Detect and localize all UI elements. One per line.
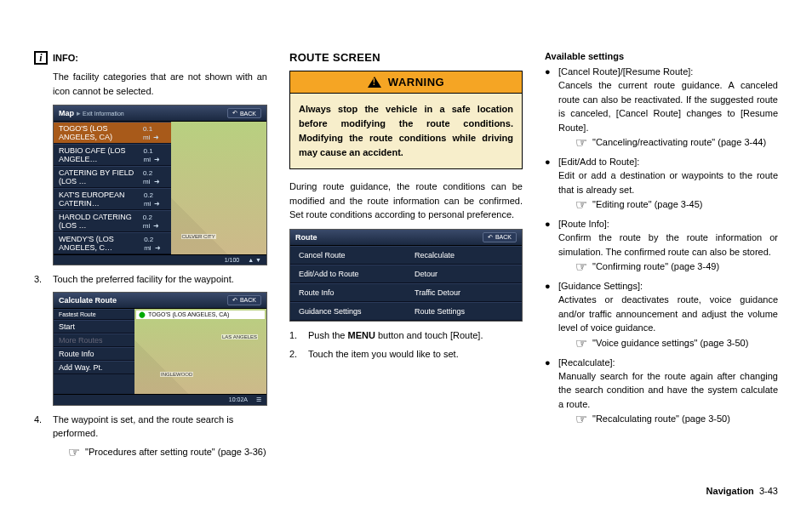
reference-icon: ☞ <box>575 337 587 351</box>
footer-section: Navigation <box>706 486 754 496</box>
column-2: Route Screen WARNING Always stop the veh… <box>289 51 523 463</box>
map-preview: CULVER CITY <box>171 122 267 254</box>
route-steps: 1.Push the MENU button and touch [Route]… <box>289 328 523 362</box>
back-button: ↶BACK <box>483 232 517 242</box>
back-button: ↶BACK <box>227 295 261 305</box>
step-4: The waypoint is set, and the route searc… <box>53 413 267 441</box>
cross-reference: ☞ "Procedures after setting route" (page… <box>68 446 267 459</box>
warning-icon <box>368 77 381 88</box>
route-paragraph: During route guidance, the route conditi… <box>289 180 523 222</box>
manual-page: i INFO: The facility categories that are… <box>0 0 812 513</box>
reference-icon: ☞ <box>68 446 80 459</box>
facility-list: TOGO'S (LOS ANGELES, CA)0.1 mi➜ RUBIO CA… <box>54 122 171 254</box>
reference-icon: ☞ <box>575 136 587 150</box>
screenshot-map-exit-info: Map ▸ Exit Information ↶BACK TOGO'S (LOS… <box>53 105 267 265</box>
screenshot-route-menu: Route ↶BACK Cancel Route Edit/Add to Rou… <box>289 229 523 322</box>
ss2-title: Calculate Route <box>59 296 117 305</box>
ss1-title: Map <box>59 109 74 117</box>
page-footer: Navigation 3-43 <box>706 486 778 496</box>
warning-heading: WARNING <box>289 71 523 94</box>
step-3: Touch the preferred facility for the way… <box>53 272 234 287</box>
available-settings-heading: Available settings <box>545 51 778 61</box>
info-label: INFO: <box>53 53 78 63</box>
reference-icon: ☞ <box>575 198 587 212</box>
step-list-1: 3.Touch the preferred facility for the w… <box>34 272 267 287</box>
route-step-1: Push the MENU button and touch [Route]. <box>308 328 483 343</box>
ref-text: "Procedures after setting route" (page 3… <box>85 446 266 459</box>
column-3: Available settings ●[Cancel Route]/[Resu… <box>545 51 778 463</box>
ss1-subtitle: Exit Information <box>83 111 124 117</box>
warning-body: Always stop the vehicle in a safe locati… <box>289 94 523 169</box>
step-list-2: 4.The waypoint is set, and the route sea… <box>34 413 267 441</box>
ss3-title: Route <box>295 233 317 242</box>
footer-page: 3-43 <box>759 486 778 496</box>
warning-label: WARNING <box>388 76 444 88</box>
route-step-2: Touch the item you would like to set. <box>308 347 459 362</box>
reference-icon: ☞ <box>575 413 587 426</box>
info-text: The facility categories that are not sho… <box>53 70 267 98</box>
info-icon: i <box>34 51 48 65</box>
info-heading: i INFO: <box>34 51 267 65</box>
reference-icon: ☞ <box>575 260 587 274</box>
settings-list: ●[Cancel Route]/[Resume Route]: Cancels … <box>545 66 778 426</box>
column-1: i INFO: The facility categories that are… <box>34 51 267 463</box>
map-preview: ⬤TOGO'S (LOS ANGELES, CA) LAS ANGELES IN… <box>134 309 266 394</box>
back-button: ↶BACK <box>227 108 261 118</box>
screenshot-calculate-route: Calculate Route ↶BACK Fastest Route Star… <box>53 292 267 406</box>
route-screen-heading: Route Screen <box>289 51 523 64</box>
